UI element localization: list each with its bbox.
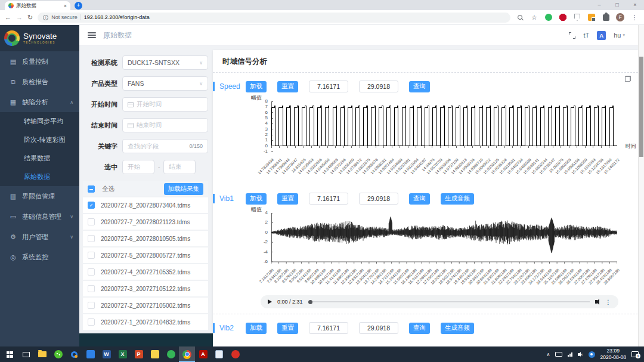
range-to-input[interactable] xyxy=(359,322,398,334)
sidebar-item-result-data[interactable]: 结果数据 xyxy=(0,149,79,168)
taskbar-app-excel[interactable]: X xyxy=(114,346,131,362)
window-close-button[interactable]: × xyxy=(626,0,644,10)
new-tab-button[interactable]: + xyxy=(75,2,82,10)
sidebar-item-basic-info-management[interactable]: ▭基础信息管理∨ xyxy=(0,206,79,227)
browser-menu-icon[interactable]: ⋮ xyxy=(630,13,639,22)
sidebar-item-limit-management[interactable]: ▥界限值管理 xyxy=(0,186,79,206)
taskbar-app-chrome[interactable] xyxy=(179,346,195,362)
taskbar-app-task-view[interactable] xyxy=(18,346,34,362)
checkbox-checked[interactable]: ✓ xyxy=(88,202,95,209)
taskbar-app-start[interactable] xyxy=(2,346,18,362)
reload-icon[interactable]: ↻ xyxy=(27,14,33,21)
zoom-icon[interactable] xyxy=(515,13,525,22)
checkbox[interactable] xyxy=(88,252,95,259)
generate-audio-button[interactable]: 生成音频 xyxy=(441,323,474,334)
window-maximize-button[interactable]: □ xyxy=(608,0,626,10)
taskbar-app-word[interactable]: W xyxy=(98,346,114,362)
taskbar-app-sticky-notes[interactable] xyxy=(147,346,163,362)
taskbar-app-acrobat[interactable]: A xyxy=(195,346,211,362)
taskbar-app-ring-browser[interactable] xyxy=(66,346,82,362)
range-from-input[interactable] xyxy=(309,322,348,334)
taskbar-app-mail-app[interactable] xyxy=(82,346,98,362)
sidebar-item-shaft-sync-average[interactable]: 转轴同步平均 xyxy=(0,112,79,131)
load-button[interactable]: 加载 xyxy=(246,323,267,334)
keyword-input-wrap[interactable]: 0/150 xyxy=(122,139,208,153)
language-icon[interactable]: A xyxy=(597,31,606,40)
audio-menu-icon[interactable]: ⋮ xyxy=(605,299,611,305)
file-list-item[interactable]: 20200727-6_200728010505.tdms xyxy=(83,231,208,246)
checkbox[interactable] xyxy=(88,268,95,276)
hamburger-icon[interactable] xyxy=(88,32,96,38)
file-list-item[interactable]: 20200727-3_200727105122.tdms xyxy=(83,281,208,296)
orange-extension-icon[interactable] xyxy=(587,13,596,22)
file-list-item[interactable]: 20200727-7_200728021123.tdms xyxy=(83,214,208,230)
evernote-extension-icon[interactable] xyxy=(544,13,553,22)
keyword-input[interactable] xyxy=(128,143,186,150)
sidebar-item-inspection-report[interactable]: ⧉质检报告 xyxy=(0,72,79,92)
checkbox[interactable] xyxy=(88,218,95,225)
taskbar-app-viewer-app[interactable] xyxy=(211,346,227,362)
range-from-input[interactable] xyxy=(309,193,348,205)
fullscreen-icon[interactable] xyxy=(569,32,575,39)
sidebar-item-defect-analysis[interactable]: ▦缺陷分析∧ xyxy=(0,92,79,112)
adblock-extension-icon[interactable] xyxy=(558,13,568,22)
file-list-item[interactable]: ✓20200727-8_200728073404.tdms xyxy=(83,197,208,213)
file-list-item[interactable]: 20200727-2_200727105002.tdms xyxy=(83,298,208,313)
volume-icon[interactable] xyxy=(595,300,597,304)
taskbar-clock[interactable]: 23:09 2020-08-08 xyxy=(600,348,626,360)
bookmark-star-icon[interactable]: ☆ xyxy=(530,13,539,22)
window-minimize-button[interactable]: – xyxy=(590,0,608,10)
checkbox[interactable] xyxy=(88,235,95,242)
checkbox[interactable] xyxy=(88,318,95,326)
checkbox[interactable] xyxy=(88,302,95,309)
query-button[interactable]: 查询 xyxy=(409,323,430,334)
taskbar-app-green-app[interactable] xyxy=(163,346,179,362)
tab-close-icon[interactable]: × xyxy=(64,3,67,9)
reset-button[interactable]: 重置 xyxy=(277,193,298,205)
audio-progress-bar[interactable] xyxy=(308,301,590,302)
scrollbar-thumb[interactable] xyxy=(639,57,643,157)
browser-tab[interactable]: 原始数据 × xyxy=(5,1,70,10)
taskbar-app-red-app[interactable] xyxy=(227,346,243,362)
sidebar-item-user-management[interactable]: ⚙用户管理∨ xyxy=(0,227,79,247)
sidebar-item-order-speed-colormap[interactable]: 阶次-转速彩图 xyxy=(0,131,79,149)
taskbar-app-wechat[interactable] xyxy=(50,346,66,362)
range-from-input[interactable] xyxy=(309,81,348,92)
font-size-icon[interactable]: tT xyxy=(583,32,589,39)
query-button[interactable]: 查询 xyxy=(409,193,430,205)
extensions-puzzle-icon[interactable] xyxy=(601,13,611,22)
load-button[interactable]: 加载 xyxy=(246,81,267,92)
start-time-picker[interactable]: 开始时间 xyxy=(122,97,208,112)
generate-audio-button[interactable]: 生成音频 xyxy=(441,193,474,205)
sidebar-item-system-monitor[interactable]: ◎系统监控 xyxy=(0,247,79,267)
taskbar-app-file-explorer[interactable] xyxy=(34,346,50,362)
sidebar-item-quality-control[interactable]: ▤质量控制 xyxy=(0,51,79,72)
load-results-button[interactable]: 加载结果集 xyxy=(164,183,204,195)
detect-system-select[interactable]: DUCK17-SNTSXX ∨ xyxy=(122,55,208,70)
file-list-item[interactable]: 20200727-1_200727104832.tdms xyxy=(83,314,208,330)
network-icon[interactable] xyxy=(568,352,572,357)
product-type-select[interactable]: FANS ∨ xyxy=(122,76,208,91)
address-bar[interactable]: i Not secure 192.168.2.200/#/origin-data xyxy=(38,13,510,23)
shield-extension-icon[interactable] xyxy=(572,13,582,22)
taskbar-app-powerpoint[interactable]: P xyxy=(131,346,147,362)
page-scrollbar[interactable] xyxy=(638,25,644,346)
profile-avatar[interactable]: F xyxy=(615,13,625,22)
back-icon[interactable]: ← xyxy=(5,14,11,21)
tray-chevron-icon[interactable]: ∧ xyxy=(547,352,550,357)
forward-icon[interactable]: → xyxy=(16,14,23,21)
load-button[interactable]: 加载 xyxy=(246,193,267,205)
sidebar-item-origin-data[interactable]: 原始数据 xyxy=(0,168,79,186)
range-to-input[interactable] xyxy=(359,193,398,205)
volume-muted-icon[interactable]: × xyxy=(578,352,583,357)
range-to-input[interactable] xyxy=(359,81,398,92)
range-start-input[interactable]: 开始 xyxy=(122,160,154,174)
file-list-item[interactable]: 20200727-4_200727105352.tdms xyxy=(83,264,208,280)
reset-button[interactable]: 重置 xyxy=(277,323,298,334)
file-list-item[interactable]: 20200727-5_200728005727.tdms xyxy=(83,247,208,263)
input-method-icon[interactable] xyxy=(589,351,595,358)
action-center-icon[interactable]: 1 xyxy=(631,351,639,357)
keyboard-icon[interactable] xyxy=(555,352,562,357)
audio-progress-handle[interactable] xyxy=(308,300,312,304)
info-icon[interactable]: i xyxy=(43,15,48,20)
